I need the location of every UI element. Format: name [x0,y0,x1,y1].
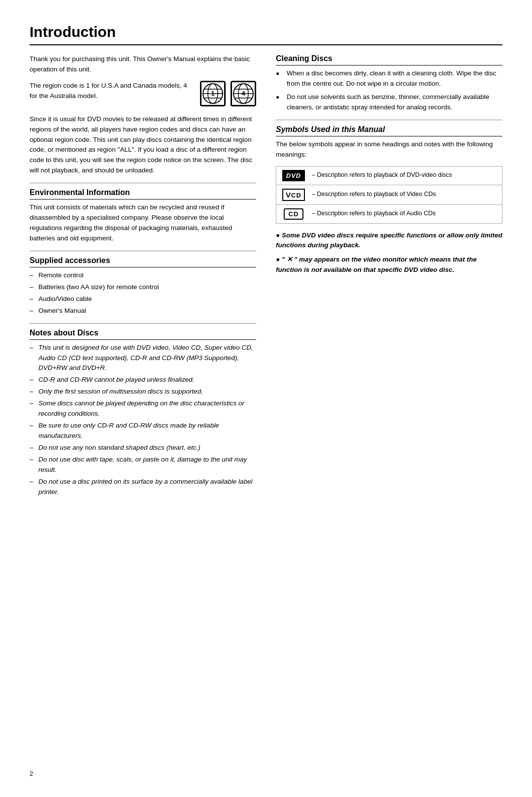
notes-discs-list: This unit is designed for use with DVD v… [30,343,256,498]
vcd-desc: – Description refers to playback of Vide… [312,190,436,199]
environmental-section: Environmental Information This unit cons… [30,188,256,244]
bullet-marker-2: ● [276,256,282,263]
dvd-badge: DVD [281,170,306,181]
dvd-badge-text: DVD [282,170,305,181]
list-item: Batteries (two AA size) for remote contr… [30,282,256,293]
right-column: Cleaning Discs When a disc becomes dirty… [276,54,502,503]
symbols-heading: Symbols Used in this Manual [276,125,502,136]
intro-para2: Since it is usual for DVD movies to be r… [30,114,256,176]
intro-para1: Thank you for purchasing this unit. This… [30,54,256,75]
list-item: Do not use any non standard shaped discs… [30,443,256,453]
svg-text:1: 1 [211,90,214,97]
symbol-row-vcd: VCD – Description refers to playback of … [276,185,502,205]
list-item: Remote control [30,270,256,281]
bullet-marker: ● [276,232,282,239]
list-item: Be sure to use only CD-R and CD-RW discs… [30,421,256,441]
supplied-heading: Supplied accessories [30,256,256,267]
notes-discs-section: Notes about Discs This unit is designed … [30,329,256,498]
list-item: Only the first session of multisession d… [30,387,256,397]
section-divider-3 [30,323,256,324]
region-icons: 1 4 [200,81,256,106]
cleaning-heading: Cleaning Discs [276,54,502,66]
page-title: Introduction [30,24,502,40]
cleaning-section: Cleaning Discs When a disc becomes dirty… [276,54,502,113]
symbol-row-dvd: DVD – Description refers to playback of … [276,166,502,185]
symbol-table: DVD – Description refers to playback of … [276,166,502,224]
list-item: Owner's Manual [30,306,256,316]
svg-text:4: 4 [241,90,245,97]
environmental-heading: Environmental Information [30,188,256,199]
region-icon-4: 4 [231,81,256,106]
left-column: Thank you for purchasing this unit. This… [30,54,256,503]
cd-badge-text: CD [284,208,304,220]
cd-badge: CD [281,208,306,220]
supplied-section: Supplied accessories Remote control Batt… [30,256,256,316]
notes-discs-heading: Notes about Discs [30,329,256,340]
dvd-desc: – Description refers to playback of DVD-… [312,171,452,180]
section-divider-4 [276,120,502,120]
list-item: Do not use solvents such as benzine, thi… [276,92,502,113]
section-divider-1 [30,183,256,183]
symbol-row-cd: CD – Description refers to playback of A… [276,205,502,223]
vcd-badge-text: VCD [282,189,305,201]
list-item: When a disc becomes dirty, clean it with… [276,68,502,89]
section-divider-2 [30,251,256,251]
page-number: 2 [30,770,33,777]
supplied-list: Remote control Batteries (two AA size) f… [30,270,256,316]
list-item: Audio/Video cable [30,294,256,304]
list-item: This unit is designed for use with DVD v… [30,343,256,374]
cleaning-list: When a disc becomes dirty, clean it with… [276,68,502,113]
list-item: Some discs cannot be played depending on… [30,398,256,419]
vcd-badge: VCD [281,189,306,201]
main-content: Thank you for purchasing this unit. This… [30,54,502,503]
symbols-intro: The below symbols appear in some heading… [276,139,502,160]
cd-desc: – Description refers to playback of Audi… [312,209,436,218]
list-item: Do not use a disc printed on its surface… [30,477,256,498]
list-item: Do not use disc with tape, scals, or pas… [30,455,256,475]
bold-note-2: ● " ✕ " may appears on the video monitor… [276,255,502,275]
bold-italic-notes: ● Some DVD video discs require specific … [276,231,502,276]
bold-note-1: ● Some DVD video discs require specific … [276,231,502,251]
list-item: CD-R and CD-RW cannot be played unless f… [30,375,256,385]
region-text: The region code is 1 for U.S.A and Canad… [30,81,192,101]
region-icon-1: 1 [200,81,226,106]
title-divider [30,44,502,45]
environmental-text: This unit consists of materials which ca… [30,202,256,244]
region-row: The region code is 1 for U.S.A and Canad… [30,81,256,107]
symbols-section: Symbols Used in this Manual The below sy… [276,125,502,224]
